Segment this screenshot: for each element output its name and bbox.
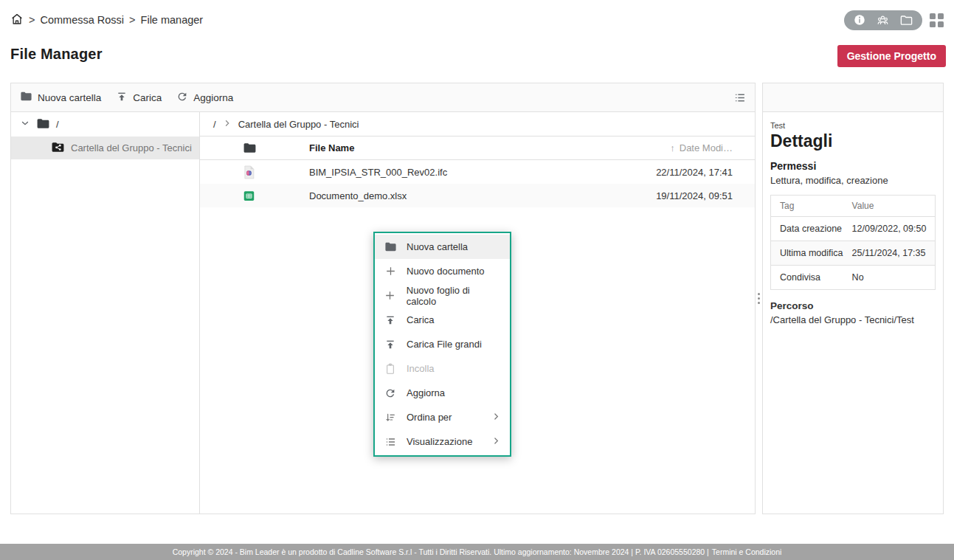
breadcrumb: > Commessa Rossi > File manager bbox=[10, 13, 203, 28]
chevron-right-icon bbox=[491, 436, 501, 448]
tree-root-label: / bbox=[56, 119, 59, 130]
page-title: File Manager bbox=[10, 46, 103, 63]
menu-item-carica[interactable]: Carica bbox=[375, 308, 510, 332]
meta-tag: Condivisa bbox=[771, 266, 843, 290]
path-value: /Cartella del Gruppo - Tecnici/Test bbox=[770, 314, 936, 325]
menu-item-label: Carica bbox=[407, 314, 435, 325]
column-header-modified[interactable]: ↑ Date Modi… bbox=[651, 142, 755, 153]
sort-icon bbox=[384, 412, 397, 424]
folder-icon[interactable] bbox=[899, 13, 913, 27]
users-icon[interactable] bbox=[876, 13, 890, 27]
upload-icon bbox=[116, 91, 128, 105]
chevron-down-icon[interactable] bbox=[20, 118, 30, 131]
refresh-icon bbox=[384, 387, 397, 399]
ifc-file-icon bbox=[200, 165, 266, 179]
meta-value: No bbox=[843, 266, 936, 290]
breadcrumb-item-commessa[interactable]: Commessa Rossi bbox=[40, 14, 124, 26]
meta-value: 12/09/2022, 09:50 bbox=[843, 217, 936, 241]
home-icon[interactable] bbox=[10, 13, 24, 28]
upload-label: Carica bbox=[133, 92, 162, 103]
upload-icon bbox=[384, 339, 397, 350]
file-name[interactable]: BIM_IPSIA_STR_000_Rev02.ifc bbox=[266, 167, 651, 178]
menu-item-label: Aggiorna bbox=[407, 387, 445, 398]
menu-item-nuovo-documento[interactable]: Nuovo documento bbox=[375, 259, 510, 283]
file-modified: 22/11/2024, 17:41 bbox=[651, 167, 755, 178]
clipboard-icon bbox=[384, 363, 397, 375]
folder-column-icon bbox=[200, 141, 266, 155]
breadcrumb-item-filemanager[interactable]: File manager bbox=[141, 14, 204, 26]
table-row: Condivisa No bbox=[771, 266, 936, 290]
files-header-row: File Name ↑ Date Modi… bbox=[200, 136, 755, 160]
folder-tree: / Cartella del Gruppo - Tecnici bbox=[11, 112, 200, 514]
files-breadcrumb-current[interactable]: Cartella del Gruppo - Tecnici bbox=[238, 119, 359, 130]
apps-grid-icon[interactable] bbox=[930, 13, 944, 27]
xlsx-file-icon bbox=[200, 190, 266, 202]
breadcrumb-separator: > bbox=[29, 14, 35, 26]
view-list-icon[interactable] bbox=[733, 91, 746, 104]
top-bar: > Commessa Rossi > File manager bbox=[10, 10, 944, 30]
path-label: Percorso bbox=[770, 300, 936, 311]
context-menu: Nuova cartella Nuovo documento Nuovo fog… bbox=[373, 232, 511, 457]
refresh-button[interactable]: Aggiorna bbox=[176, 91, 233, 105]
new-folder-button[interactable]: Nuova cartella bbox=[20, 90, 101, 105]
details-panel: Test Dettagli Permessi Lettura, modifica… bbox=[762, 83, 944, 514]
refresh-label: Aggiorna bbox=[193, 92, 233, 103]
footer: Copyright © 2024 - Bim Leader è un prodo… bbox=[0, 544, 954, 560]
column-header-modified-label: Date Modi… bbox=[680, 142, 733, 153]
new-folder-label: Nuova cartella bbox=[38, 92, 101, 103]
metadata-table: Tag Value Data creazione 12/09/2022, 09:… bbox=[770, 195, 936, 290]
folder-icon bbox=[20, 90, 32, 105]
menu-item-label: Visualizzazione bbox=[407, 436, 482, 447]
shared-folder-icon bbox=[51, 140, 65, 156]
meta-header-tag: Tag bbox=[771, 196, 843, 217]
upload-icon bbox=[384, 314, 397, 326]
sort-ascending-icon: ↑ bbox=[670, 142, 675, 153]
terms-link[interactable]: Termini e Condizioni bbox=[712, 547, 782, 556]
menu-item-label: Nuovo foglio di calcolo bbox=[407, 285, 501, 307]
files-breadcrumb-root[interactable]: / bbox=[213, 119, 216, 130]
menu-item-label: Incolla bbox=[407, 363, 435, 374]
details-title: Dettagli bbox=[770, 131, 936, 151]
menu-item-visualizzazione[interactable]: Visualizzazione bbox=[375, 429, 510, 454]
chevron-right-icon bbox=[491, 412, 501, 424]
tree-root-item[interactable]: / bbox=[11, 112, 199, 136]
file-row-xlsx[interactable]: Documento_demo.xlsx 19/11/2024, 09:51 bbox=[200, 184, 755, 207]
menu-item-label: Carica File grandi bbox=[407, 339, 482, 350]
permissions-label: Permessi bbox=[770, 160, 936, 172]
menu-item-ordina-per[interactable]: Ordina per bbox=[375, 405, 510, 429]
file-modified: 19/11/2024, 09:51 bbox=[651, 190, 755, 201]
view-list-icon bbox=[384, 436, 397, 448]
plus-icon bbox=[384, 289, 397, 302]
tree-item-gruppo-tecnici[interactable]: Cartella del Gruppo - Tecnici bbox=[11, 136, 199, 159]
file-manager-toolbar: Nuova cartella Carica Aggiorna bbox=[11, 83, 755, 112]
breadcrumb-separator: > bbox=[129, 14, 135, 26]
upload-button[interactable]: Carica bbox=[116, 91, 162, 105]
meta-tag: Data creazione bbox=[771, 217, 843, 241]
menu-item-nuova-cartella[interactable]: Nuova cartella bbox=[375, 235, 510, 259]
panel-splitter[interactable] bbox=[756, 83, 762, 514]
menu-item-nuovo-foglio[interactable]: Nuovo foglio di calcolo bbox=[375, 283, 510, 308]
meta-header-value: Value bbox=[843, 196, 936, 217]
menu-item-label: Nuovo documento bbox=[407, 266, 485, 277]
meta-value: 25/11/2024, 17:35 bbox=[843, 241, 936, 266]
column-header-name[interactable]: File Name bbox=[266, 142, 651, 153]
details-subtitle: Test bbox=[770, 121, 936, 130]
gestione-progetto-button[interactable]: Gestione Progetto bbox=[837, 45, 946, 67]
menu-item-label: Ordina per bbox=[407, 412, 482, 423]
info-icon[interactable] bbox=[853, 13, 866, 27]
file-row-ifc[interactable]: BIM_IPSIA_STR_000_Rev02.ifc 22/11/2024, … bbox=[200, 160, 755, 184]
quick-access-pill bbox=[844, 10, 922, 30]
copyright-text: Copyright © 2024 - Bim Leader è un prodo… bbox=[173, 547, 709, 556]
drag-handle-icon[interactable] bbox=[758, 293, 760, 304]
plus-icon bbox=[384, 265, 397, 277]
file-name[interactable]: Documento_demo.xlsx bbox=[266, 190, 651, 201]
tree-item-label: Cartella del Gruppo - Tecnici bbox=[71, 142, 192, 153]
menu-item-label: Nuova cartella bbox=[407, 241, 468, 252]
refresh-icon bbox=[176, 91, 188, 105]
menu-item-carica-file-grandi[interactable]: Carica File grandi bbox=[375, 332, 510, 356]
table-row: Data creazione 12/09/2022, 09:50 bbox=[771, 217, 936, 241]
menu-item-aggiorna[interactable]: Aggiorna bbox=[375, 381, 510, 405]
files-breadcrumb: / Cartella del Gruppo - Tecnici bbox=[200, 112, 755, 136]
meta-tag: Ultima modifica bbox=[771, 241, 843, 266]
menu-item-incolla: Incolla bbox=[375, 356, 510, 381]
